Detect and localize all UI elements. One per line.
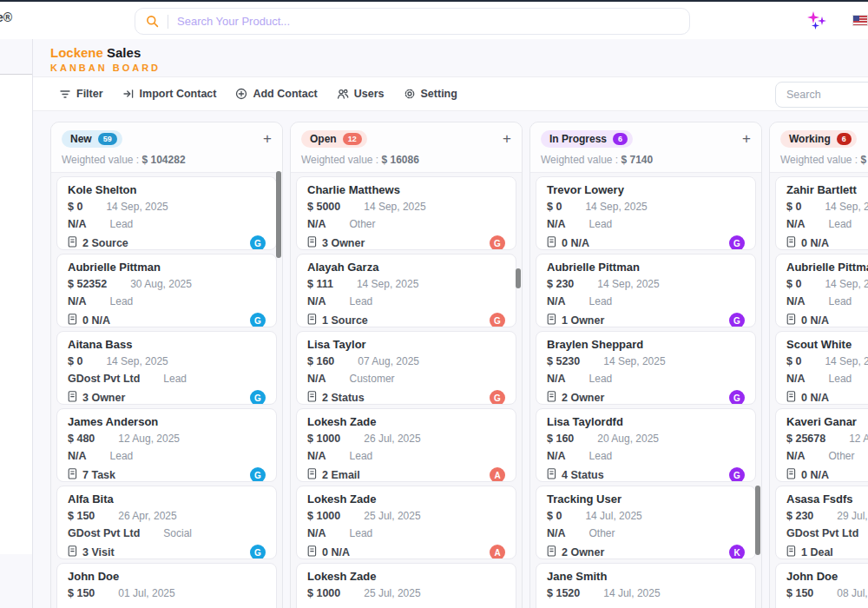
column-scrollbar-thumb[interactable] (516, 268, 521, 288)
document-icon (307, 467, 317, 482)
card-company: N/A (307, 218, 326, 230)
column-status-pill[interactable]: In Progress 6 (541, 130, 633, 148)
kanban-card[interactable]: Aitana Bass $ 0 14 Sep, 2025 GDost Pvt L… (56, 331, 277, 405)
board-search-input[interactable] (786, 83, 868, 107)
card-footer: 0 N/A G (68, 313, 266, 327)
column-status-pill[interactable]: Open 12 (301, 130, 367, 148)
card-date: 14 Sep, 2025 (585, 201, 647, 213)
card-date: 14 Sep, 2025 (825, 355, 868, 367)
toolbar-item-label: Setting (421, 88, 457, 100)
toolbar-item-setting[interactable]: Setting (404, 88, 457, 100)
card-company: N/A (547, 450, 566, 462)
card-date: 14 Sep, 2025 (106, 201, 168, 213)
kanban-card[interactable]: John Doe $ 150 01 Jul, 2025 (56, 563, 277, 608)
kanban-card[interactable]: Jane Smith $ 1520 14 Jul, 2025 (536, 563, 756, 608)
card-date: 20 Aug, 2025 (597, 433, 659, 445)
card-avatar-badge: G (490, 235, 505, 250)
add-card-button[interactable]: + (742, 132, 751, 146)
kanban-card[interactable]: Aubrielle Pittman $ 0 14 Sep, 2025 N/A L… (775, 254, 868, 327)
filter-icon (59, 88, 71, 100)
kanban-card[interactable]: Lisa Taylordfd $ 160 20 Aug, 2025 N/A Le… (536, 408, 756, 482)
weighted-value: Weighted value : $ 2605 (780, 154, 868, 166)
weighted-value-label: Weighted value : (62, 154, 142, 166)
card-type: Lead (110, 218, 134, 230)
card-date: 14 Sep, 2025 (603, 355, 665, 367)
kanban-card[interactable]: Charlie Matthews $ 5000 14 Sep, 2025 N/A… (296, 176, 516, 250)
card-name: Lisa Taylordfd (547, 416, 745, 427)
column-card-list: Kole Shelton $ 0 14 Sep, 2025 N/A Lead 2… (51, 173, 282, 608)
card-name: James Anderson (68, 416, 266, 427)
board-search-box[interactable] (775, 82, 868, 108)
card-value: $ 230 (547, 278, 574, 290)
card-footer: 2 Source G (68, 235, 266, 250)
card-name: Alfa Bita (68, 493, 266, 505)
left-sidebar-fragment (0, 39, 33, 608)
card-value: $ 0 (68, 355, 82, 367)
weighted-value-amount: $ 16086 (382, 154, 419, 166)
card-value: $ 1000 (307, 433, 340, 445)
card-name: Kaveri Ganar (786, 416, 868, 427)
card-company: N/A (307, 450, 326, 462)
kanban-card[interactable]: Asasa Fsdfs $ 230 29 Jul, 2025 GDost Pvt… (775, 486, 868, 559)
card-footer-label: 1 Source (322, 314, 368, 327)
kanban-card[interactable]: Alayah Garza $ 111 14 Sep, 2025 N/A Lead… (296, 254, 516, 327)
document-icon (307, 390, 317, 405)
kanban-card[interactable]: Lokesh Zade $ 1000 26 Jul, 2025 N/A Lead… (296, 408, 516, 482)
card-footer: 2 Owner K (547, 545, 745, 559)
card-footer-label: 2 Owner (562, 392, 604, 404)
product-search-box[interactable] (135, 8, 690, 35)
toolbar-item-add-contact[interactable]: Add Contact (235, 88, 317, 100)
column-title: New (70, 133, 92, 145)
kanban-card[interactable]: Aubrielle Pittman $ 230 14 Sep, 2025 N/A… (536, 254, 756, 327)
topbar: e® (0, 2, 868, 39)
document-icon (68, 390, 77, 405)
document-icon (547, 467, 556, 482)
add-card-button[interactable]: + (263, 132, 272, 146)
kanban-card[interactable]: Kole Shelton $ 0 14 Sep, 2025 N/A Lead 2… (56, 176, 277, 250)
card-footer-label: 1 Owner (562, 314, 604, 327)
us-flag-icon[interactable] (853, 16, 867, 25)
card-type: Lead (589, 218, 613, 230)
column-scrollbar-thumb[interactable] (755, 486, 760, 555)
card-footer-label: 2 Status (322, 392, 365, 404)
column-scrollbar-thumb[interactable] (276, 171, 281, 258)
kanban-card[interactable]: Lokesh Zade $ 1000 25 Jul, 2025 (296, 563, 516, 608)
kanban-card[interactable]: Lokesh Zade $ 1000 25 Jul, 2025 N/A Lead… (296, 486, 516, 559)
weighted-value: Weighted value : $ 104282 (62, 154, 272, 166)
kanban-card[interactable]: Alfa Bita $ 150 26 Apr, 2025 GDost Pvt L… (56, 486, 277, 559)
card-footer-label: 2 Email (322, 469, 360, 481)
card-date: 25 Jul, 2025 (364, 587, 420, 599)
card-avatar-badge: K (729, 545, 745, 559)
column-header: New 59 + Weighted value : $ 104282 (51, 122, 282, 173)
sparkles-icon[interactable] (807, 10, 828, 31)
column-card-list: Zahir Bartlett $ 0 14 Sep, 2025 N/A Lead… (770, 173, 868, 608)
card-name: Asasa Fsdfs (786, 493, 868, 505)
column-title: In Progress (549, 133, 607, 145)
brand-suffix: Sales (103, 45, 141, 60)
card-company: N/A (786, 295, 806, 307)
card-avatar-badge: G (490, 390, 505, 405)
toolbar-item-users[interactable]: Users (337, 88, 385, 100)
kanban-card[interactable]: Kaveri Ganar $ 25678 12 Aug, 2025 N/A Ot… (775, 408, 868, 482)
card-value: $ 480 (68, 433, 95, 445)
card-company: N/A (786, 450, 806, 462)
column-status-pill[interactable]: New 59 (62, 130, 122, 148)
column-status-pill[interactable]: Working 6 (780, 130, 857, 148)
kanban-card[interactable]: Aubrielle Pittman $ 52352 30 Aug, 2025 N… (56, 254, 277, 327)
import-contact-icon (122, 88, 135, 100)
kanban-card[interactable]: Lisa Taylor $ 160 07 Aug, 2025 N/A Custo… (296, 331, 516, 405)
kanban-card[interactable]: James Anderson $ 480 12 Aug, 2025 N/A Le… (56, 408, 277, 482)
product-search-input[interactable] (177, 15, 679, 28)
card-avatar-badge: G (490, 313, 505, 327)
board-toolbar: FilterImport ContactAdd ContactUsersSett… (33, 76, 868, 111)
toolbar-item-filter[interactable]: Filter (59, 88, 103, 100)
toolbar-item-import-contact[interactable]: Import Contact (122, 88, 217, 100)
kanban-card[interactable]: Zahir Bartlett $ 0 14 Sep, 2025 N/A Lead… (775, 176, 868, 250)
kanban-card[interactable]: Braylen Sheppard $ 5230 14 Sep, 2025 N/A… (536, 331, 756, 405)
card-date: 01 Jul, 2025 (118, 587, 174, 599)
kanban-card[interactable]: John Doe $ 150 08 Jul, 2025 (775, 563, 868, 608)
kanban-card[interactable]: Scout White $ 0 14 Sep, 2025 N/A Lead 0 … (775, 331, 868, 405)
add-card-button[interactable]: + (503, 132, 511, 146)
kanban-card[interactable]: Tracking User $ 0 14 Jul, 2025 N/A Other… (536, 486, 756, 559)
kanban-card[interactable]: Trevor Lowery $ 0 14 Sep, 2025 N/A Lead … (536, 176, 756, 250)
